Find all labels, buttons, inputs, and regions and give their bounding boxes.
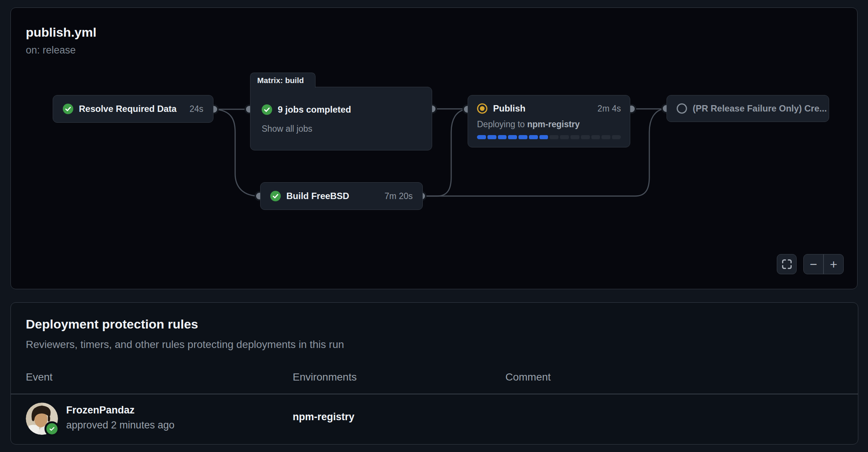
matrix-group-tab: Matrix: build [250, 73, 316, 88]
job-node-duration: 2m 4s [588, 104, 621, 114]
approval-status-text: approved 2 minutes ago [66, 419, 175, 431]
rules-title: Deployment protection rules [26, 317, 198, 332]
success-check-icon [270, 191, 281, 201]
job-node-publish[interactable]: Publish 2m 4s Deploying to npm-registry [468, 95, 630, 147]
job-node-duration: 24s [181, 104, 203, 114]
job-node-label: Build FreeBSD [286, 191, 349, 201]
zoom-in-button[interactable]: + [824, 254, 843, 274]
job-node-resolve-required-data[interactable]: Resolve Required Data 24s [53, 95, 213, 123]
zoom-button-group: − + [803, 254, 844, 274]
fullscreen-icon [781, 259, 792, 270]
deployment-rules-panel: Deployment protection rules Reviewers, t… [10, 302, 858, 445]
workflow-graph-panel: publish.yml on: release Resolve Requir [10, 7, 858, 289]
workflow-title: publish.yml [26, 25, 96, 40]
zoom-out-button[interactable]: − [804, 254, 823, 274]
success-check-icon [262, 104, 272, 115]
in-progress-icon [477, 103, 487, 114]
pending-circle-icon [677, 103, 687, 114]
matrix-summary-label: 9 jobs completed [278, 104, 351, 115]
column-header-comment: Comment [505, 371, 551, 383]
fullscreen-button[interactable] [777, 254, 797, 274]
matrix-tab-label: Matrix: build [257, 76, 304, 85]
avatar[interactable] [26, 403, 58, 435]
row-environment: npm-registry [293, 411, 354, 423]
matrix-group-node[interactable]: 9 jobs completed Show all jobs [250, 87, 432, 150]
job-node-label: Resolve Required Data [79, 104, 176, 114]
workflow-trigger: on: release [26, 45, 76, 56]
deploy-environment: npm-registry [527, 119, 580, 129]
header-divider [11, 394, 858, 394]
job-node-label: Publish [493, 103, 526, 114]
job-node-label: (PR Release Failure Only) Cre... [693, 103, 827, 114]
deploy-prefix: Deploying to [477, 119, 527, 129]
column-header-environments: Environments [293, 371, 357, 383]
rules-subtitle: Reviewers, timers, and other rules prote… [26, 339, 344, 351]
job-node-duration: 7m 20s [376, 191, 413, 201]
publish-progress-bar [477, 135, 621, 139]
column-header-event: Event [26, 371, 53, 383]
success-check-icon [63, 104, 73, 114]
graph-edges [11, 8, 858, 290]
deploying-to-text: Deploying to npm-registry [477, 119, 621, 129]
show-all-jobs-link[interactable]: Show all jobs [262, 124, 421, 134]
job-node-build-freebsd[interactable]: Build FreeBSD 7m 20s [260, 182, 423, 210]
approved-badge-icon [44, 421, 59, 436]
job-node-pr-release-failure[interactable]: (PR Release Failure Only) Cre... [667, 95, 829, 122]
approver-username[interactable]: FrozenPandaz [66, 404, 135, 416]
